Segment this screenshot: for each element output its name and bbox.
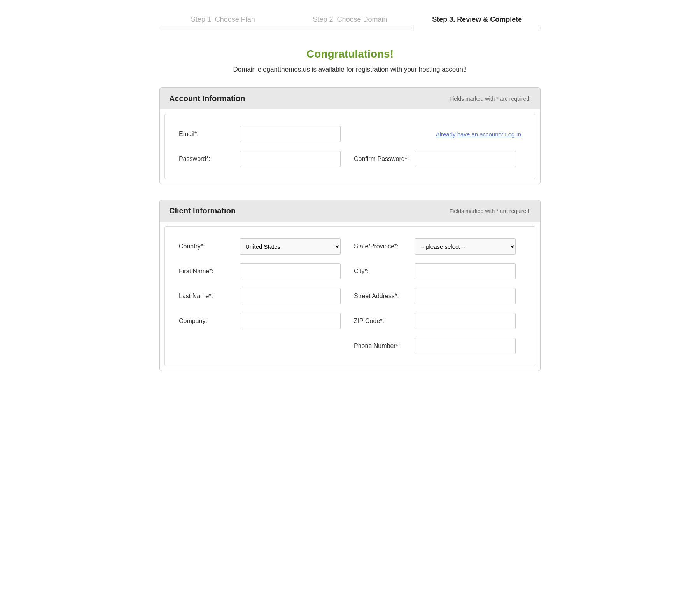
client-section-note: Fields marked with * are required! [450, 208, 531, 214]
firstname-city-row: First Name*: City*: [179, 263, 521, 279]
confirm-password-group: Confirm Password*: [354, 151, 521, 167]
street-group: Street Address*: [354, 288, 521, 304]
country-group: Country*: United States Canada United Ki… [179, 238, 346, 255]
steps-navigation: Step 1. Choose Plan Step 2. Choose Domai… [159, 16, 541, 28]
phone-group: Phone Number*: [354, 338, 521, 354]
lastname-label: Last Name*: [179, 293, 233, 300]
zip-label: ZIP Code*: [354, 318, 408, 325]
account-information-box: Account Information Fields marked with *… [159, 87, 541, 184]
state-label: State/Province*: [354, 243, 408, 250]
phone-row: Phone Number*: [179, 338, 521, 354]
step2-item: Step 2. Choose Domain [287, 16, 414, 28]
email-row: Email*: Already have an account? Log In [179, 126, 521, 142]
client-section-header: Client Information Fields marked with * … [160, 200, 540, 222]
lastname-input[interactable] [240, 288, 341, 304]
step1-item: Step 1. Choose Plan [159, 16, 287, 28]
account-section-title: Account Information [169, 94, 245, 103]
zip-input[interactable] [415, 313, 516, 329]
company-input[interactable] [240, 313, 341, 329]
firstname-input[interactable] [240, 263, 341, 279]
lastname-street-row: Last Name*: Street Address*: [179, 288, 521, 304]
phone-input[interactable] [415, 338, 516, 354]
phone-label: Phone Number*: [354, 342, 408, 349]
congrats-title: Congratulations! [159, 48, 541, 60]
step3-item: Step 3. Review & Complete [413, 16, 541, 28]
company-label: Company: [179, 318, 233, 325]
country-state-row: Country*: United States Canada United Ki… [179, 238, 521, 255]
account-section-body: Email*: Already have an account? Log In … [164, 114, 536, 179]
city-input[interactable] [415, 263, 516, 279]
step3-label: Step 3. Review & Complete [432, 16, 522, 23]
client-information-box: Client Information Fields marked with * … [159, 200, 541, 371]
password-group: Password*: [179, 151, 346, 167]
password-input[interactable] [240, 151, 341, 167]
company-group: Company: [179, 313, 346, 329]
city-label: City*: [354, 268, 408, 275]
login-link[interactable]: Already have an account? Log In [436, 131, 521, 138]
page-wrapper: Step 1. Choose Plan Step 2. Choose Domai… [136, 0, 564, 418]
congrats-subtitle: Domain elegantthemes.us is available for… [159, 66, 541, 73]
congratulations-section: Congratulations! Domain elegantthemes.us… [159, 48, 541, 73]
step2-label: Step 2. Choose Domain [313, 16, 387, 23]
email-label: Email*: [179, 131, 233, 138]
street-label: Street Address*: [354, 293, 408, 300]
firstname-group: First Name*: [179, 263, 346, 279]
client-section-title: Client Information [169, 206, 236, 215]
password-label: Password*: [179, 155, 233, 162]
country-label: Country*: [179, 243, 233, 250]
firstname-label: First Name*: [179, 268, 233, 275]
street-input[interactable] [415, 288, 516, 304]
account-section-note: Fields marked with * are required! [450, 96, 531, 102]
account-section-header: Account Information Fields marked with *… [160, 88, 540, 109]
email-input[interactable] [240, 126, 341, 142]
confirm-password-input[interactable] [415, 151, 516, 167]
step1-label: Step 1. Choose Plan [191, 16, 255, 23]
email-group: Email*: [179, 126, 428, 142]
password-row: Password*: Confirm Password*: [179, 151, 521, 167]
confirm-password-label: Confirm Password*: [354, 155, 409, 162]
client-section-body: Country*: United States Canada United Ki… [164, 226, 536, 366]
state-select[interactable]: -- please select -- [415, 238, 516, 255]
zip-group: ZIP Code*: [354, 313, 521, 329]
state-group: State/Province*: -- please select -- [354, 238, 521, 255]
company-zip-row: Company: ZIP Code*: [179, 313, 521, 329]
city-group: City*: [354, 263, 521, 279]
country-select[interactable]: United States Canada United Kingdom Aust… [240, 238, 341, 255]
lastname-group: Last Name*: [179, 288, 346, 304]
